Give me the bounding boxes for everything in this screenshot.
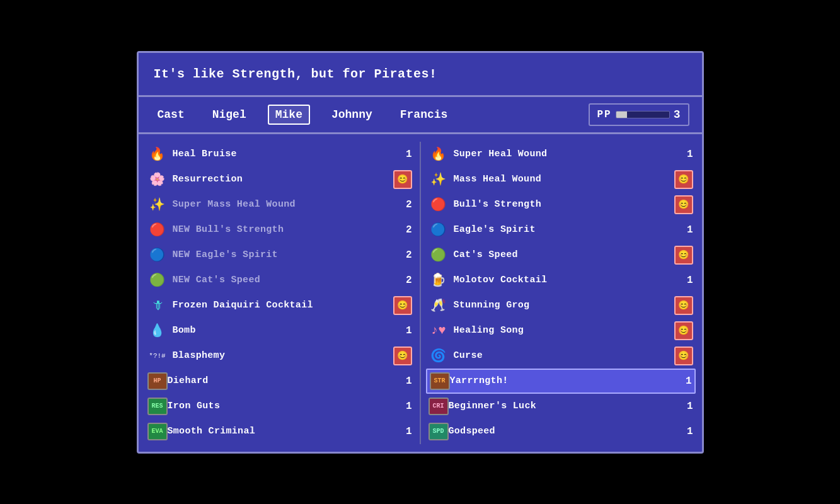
spell-count: 1	[679, 375, 692, 387]
left-spell-column: 🔥 Heal Bruise 1 🌸 Resurrection 😊 ✨ Super…	[145, 142, 421, 444]
spell-icon: 🍺	[429, 270, 449, 290]
spell-icon: 🔥	[147, 144, 168, 164]
spell-count: 2	[400, 199, 412, 210]
spell-icon: 🌀	[429, 346, 449, 366]
list-item[interactable]: ♪♥ Healing Song 😊	[426, 318, 696, 343]
list-item[interactable]: 🔴 NEW Bull's Strength 2	[145, 217, 415, 243]
cast-member-francis[interactable]: Francis	[394, 106, 454, 123]
spell-name: Frozen Daiquiri Cocktail	[173, 300, 393, 311]
spell-icon: 🥂	[429, 295, 449, 316]
pp-progress-fill	[616, 112, 627, 118]
spell-name: Super Mass Heal Wound	[173, 199, 397, 210]
list-item[interactable]: EVA Smooth Criminal 1	[145, 419, 415, 444]
list-item[interactable]: 🟢 Cat's Speed 😊	[426, 243, 696, 268]
stat-icon: EVA	[147, 423, 168, 440]
list-item[interactable]: 🗡 Frozen Daiquiri Cocktail 😊	[145, 293, 415, 318]
list-item[interactable]: 🔵 Eagle's Spirit 1	[426, 217, 696, 243]
list-item[interactable]: 🔵 NEW Eagle's Spirit 2	[145, 243, 415, 268]
spell-name: Beginner's Luck	[449, 401, 678, 411]
list-item[interactable]: HP Diehard 1	[145, 369, 415, 394]
spell-name: Mass Heal Wound	[454, 174, 674, 185]
list-item[interactable]: STR Yarrrngth! 1	[426, 369, 696, 394]
spell-name: Iron Guts	[168, 401, 397, 411]
spell-count: 2	[400, 249, 412, 261]
face-icon: 😊	[674, 321, 693, 340]
spell-icon: 🟢	[429, 245, 449, 265]
spell-name: Cat's Speed	[454, 249, 674, 260]
spell-name: NEW Eagle's Spirit	[173, 249, 397, 260]
spell-count: 1	[681, 426, 693, 437]
spell-name: Molotov Cocktail	[454, 275, 678, 285]
spell-list-area: 🔥 Heal Bruise 1 🌸 Resurrection 😊 ✨ Super…	[139, 134, 702, 452]
spell-icon: 🔵	[147, 245, 168, 265]
list-item[interactable]: ✨ Mass Heal Wound 😊	[426, 167, 696, 192]
list-item[interactable]: 🍺 Molotov Cocktail 1	[426, 268, 696, 293]
spell-icon: 🔥	[429, 144, 449, 164]
pp-bar: PP 3	[589, 103, 689, 126]
spell-count: 1	[681, 224, 693, 236]
spell-icon: 🟢	[147, 270, 168, 290]
spell-icon: 🗡	[147, 295, 168, 316]
stat-icon: SPD	[429, 423, 449, 440]
pp-label: PP	[597, 109, 612, 120]
face-icon: 😊	[674, 170, 693, 189]
spell-count: 1	[400, 375, 412, 387]
list-item[interactable]: 🔴 Bull's Strength 😊	[426, 192, 696, 217]
cast-member-johnny[interactable]: Johnny	[325, 106, 379, 123]
list-item[interactable]: 🔥 Super Heal Wound 1	[426, 142, 696, 167]
spell-count: 1	[681, 275, 693, 286]
spell-icon: ♪♥	[429, 321, 449, 341]
spell-name: Resurrection	[173, 174, 393, 185]
stat-icon: RES	[147, 398, 168, 415]
description-text: It's like Strength, but for Pirates!	[154, 67, 437, 81]
list-item[interactable]: ✨ Super Mass Heal Wound 2	[145, 192, 415, 217]
cast-member-mike[interactable]: Mike	[268, 105, 310, 125]
spell-name: Bull's Strength	[454, 199, 674, 210]
spell-name: Heal Bruise	[173, 149, 397, 159]
spell-name: Smooth Criminal	[168, 426, 397, 437]
spell-name: Godspeed	[449, 426, 678, 437]
description-bar: It's like Strength, but for Pirates!	[139, 53, 702, 97]
spell-count: 1	[400, 325, 412, 336]
spell-count: 1	[681, 149, 693, 160]
cast-member-nigel[interactable]: Nigel	[206, 106, 253, 123]
face-icon: 😊	[674, 246, 693, 265]
list-item[interactable]: 💧 Bomb 1	[145, 318, 415, 343]
cast-label: Cast	[151, 106, 191, 123]
list-item[interactable]: CRI Beginner's Luck 1	[426, 394, 696, 419]
face-icon: 😊	[393, 170, 412, 189]
spell-name: Blasphemy	[173, 350, 393, 361]
spell-name: Eagle's Spirit	[454, 224, 678, 235]
spell-icon: 💧	[147, 321, 168, 341]
spell-count: 2	[400, 275, 412, 286]
list-item[interactable]: *?!# Blasphemy 😊	[145, 343, 415, 369]
list-item[interactable]: 🌀 Curse 😊	[426, 343, 696, 369]
game-window: It's like Strength, but for Pirates! Cas…	[137, 51, 704, 454]
spell-name: NEW Bull's Strength	[173, 224, 397, 235]
list-item[interactable]: RES Iron Guts 1	[145, 394, 415, 419]
face-icon: 😊	[393, 296, 412, 315]
spell-name: Stunning Grog	[454, 300, 674, 311]
face-icon: 😊	[674, 296, 693, 315]
list-item[interactable]: SPD Godspeed 1	[426, 419, 696, 444]
face-icon: 😊	[674, 346, 693, 365]
spell-icon: *?!#	[147, 346, 168, 366]
spell-icon: ✨	[429, 169, 449, 190]
spell-count: 2	[400, 224, 412, 236]
spell-name: NEW Cat's Speed	[173, 275, 397, 285]
spell-icon: 🔵	[429, 220, 449, 240]
list-item[interactable]: 🥂 Stunning Grog 😊	[426, 293, 696, 318]
list-item[interactable]: 🟢 NEW Cat's Speed 2	[145, 268, 415, 293]
spell-icon: 🔴	[429, 195, 449, 215]
spell-icon: ✨	[147, 195, 168, 215]
face-icon: 😊	[674, 195, 693, 214]
spell-icon: 🌸	[147, 169, 168, 190]
spell-name: Bomb	[173, 325, 397, 336]
spell-name: Yarrrngth!	[450, 375, 677, 386]
stat-icon: CRI	[429, 398, 449, 415]
spell-count: 1	[681, 401, 693, 412]
spell-count: 1	[400, 149, 412, 160]
list-item[interactable]: 🌸 Resurrection 😊	[145, 167, 415, 192]
spell-name: Curse	[454, 350, 674, 361]
list-item[interactable]: 🔥 Heal Bruise 1	[145, 142, 415, 167]
